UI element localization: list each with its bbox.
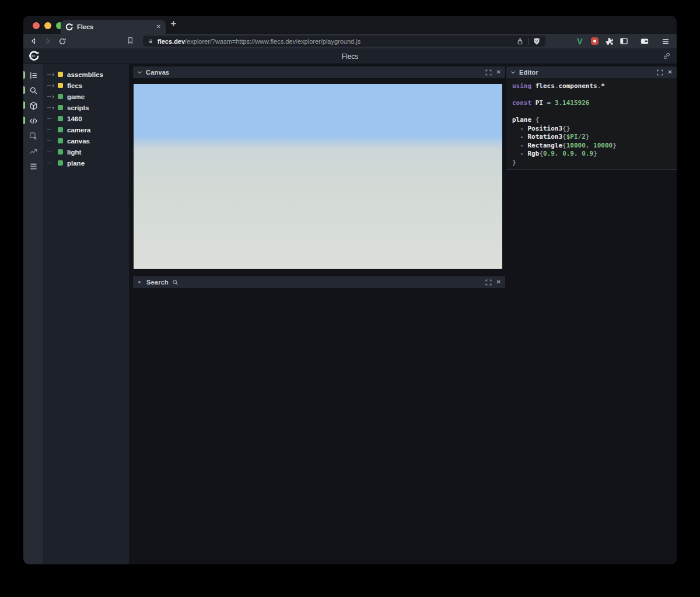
canvas-panel-header[interactable]: Canvas ✕ bbox=[133, 66, 505, 78]
tree-item-assemblies[interactable]: ›assemblies bbox=[43, 69, 129, 80]
expand-arrow-icon[interactable]: › bbox=[47, 94, 58, 100]
tree-item-flecs[interactable]: ›flecs bbox=[43, 80, 129, 91]
editor-panel: Editor ✕ using flecs.components.*const P… bbox=[506, 66, 677, 170]
menu-icon[interactable] bbox=[660, 36, 671, 47]
forward-icon[interactable] bbox=[43, 37, 52, 46]
fullscreen-icon[interactable] bbox=[657, 69, 663, 76]
url-path: /explorer/?wasm=https://www.flecs.dev/ex… bbox=[185, 38, 360, 45]
leaf-dash-icon bbox=[47, 118, 58, 119]
rail-item-inspector[interactable] bbox=[23, 128, 43, 143]
search-panel: Search ✕ bbox=[133, 276, 505, 288]
tree-item-label: scripts bbox=[67, 104, 89, 111]
close-icon[interactable]: ✕ bbox=[496, 279, 501, 285]
rail-item-stats[interactable] bbox=[23, 143, 43, 159]
tree-item-label: camera bbox=[67, 127, 90, 134]
tree-item-label: game bbox=[67, 93, 85, 100]
entity-color-square bbox=[58, 127, 63, 132]
canvas-panel-title: Canvas bbox=[146, 69, 169, 76]
tree-item-label: plane bbox=[67, 160, 85, 167]
expand-arrow-icon[interactable]: › bbox=[47, 105, 58, 111]
tree-item-scripts[interactable]: ›scripts bbox=[43, 102, 129, 113]
wallet-icon[interactable] bbox=[639, 36, 650, 47]
tree-item-label: light bbox=[67, 149, 81, 156]
canvas-3d-viewport[interactable] bbox=[134, 84, 502, 269]
code-line: - Rotation3{$PI/2} bbox=[512, 133, 671, 142]
rail-item-requests[interactable] bbox=[23, 159, 43, 174]
requests-stack-icon bbox=[29, 162, 38, 171]
close-window-button[interactable] bbox=[33, 22, 40, 29]
inspector-icon bbox=[29, 132, 38, 141]
page-title: Flecs bbox=[23, 48, 677, 64]
search-panel-header[interactable]: Search ✕ bbox=[133, 276, 505, 288]
code-line bbox=[512, 108, 671, 117]
bookmark-icon[interactable] bbox=[127, 36, 134, 45]
close-icon[interactable]: ✕ bbox=[496, 69, 501, 75]
entities-cube-icon bbox=[29, 101, 38, 110]
browser-toolbar: flecs.dev/explorer/?wasm=https://www.fle… bbox=[23, 34, 677, 48]
expand-arrow-icon[interactable]: › bbox=[47, 83, 58, 89]
leaf-dash-icon bbox=[47, 129, 58, 130]
blocker-icon[interactable] bbox=[589, 36, 600, 47]
code-line: const PI = 3.1415926 bbox=[512, 99, 671, 108]
main-area: Canvas ✕ Search bbox=[129, 64, 677, 564]
browser-tab-flecs[interactable]: Flecs ✕ bbox=[61, 20, 166, 34]
stats-chart-icon bbox=[29, 147, 38, 156]
extensions-puzzle-icon[interactable] bbox=[604, 36, 614, 47]
tree-item-light[interactable]: light bbox=[43, 146, 129, 157]
rail-item-entity-tree[interactable] bbox=[23, 68, 43, 83]
search-panel-title: Search bbox=[146, 279, 169, 286]
code-editor-area[interactable]: using flecs.components.*const PI = 3.141… bbox=[506, 78, 677, 170]
leaf-dash-icon bbox=[47, 163, 58, 163]
entity-color-square bbox=[58, 116, 63, 121]
url-bar[interactable]: flecs.dev/explorer/?wasm=https://www.fle… bbox=[143, 36, 545, 47]
reload-icon[interactable] bbox=[58, 37, 67, 46]
app-header: Flecs bbox=[23, 48, 677, 64]
entity-color-square bbox=[58, 149, 63, 154]
fullscreen-icon[interactable] bbox=[485, 279, 492, 286]
tree-item-label: 1460 bbox=[67, 115, 82, 122]
collapsed-dot-icon[interactable] bbox=[138, 281, 141, 283]
share-icon[interactable] bbox=[516, 37, 524, 45]
sidebar-icon[interactable] bbox=[618, 36, 629, 47]
tree-item-game[interactable]: ›game bbox=[43, 91, 129, 102]
tree-item-canvas[interactable]: canvas bbox=[43, 135, 129, 146]
link-icon[interactable] bbox=[663, 52, 671, 60]
browser-window: Flecs ✕ + flecs.dev/explorer/?wasm=https… bbox=[23, 16, 677, 564]
tab-title: Flecs bbox=[77, 23, 152, 30]
code-editor-icon bbox=[29, 117, 38, 125]
entity-color-square bbox=[58, 105, 63, 110]
code-line: - Rgb{0.9, 0.9, 0.9} bbox=[512, 150, 671, 159]
tree-item-plane[interactable]: plane bbox=[43, 157, 129, 168]
search-icon bbox=[29, 86, 38, 95]
minimize-window-button[interactable] bbox=[44, 22, 51, 29]
close-icon[interactable]: ✕ bbox=[668, 69, 673, 75]
code-line: plane { bbox=[512, 116, 671, 125]
fullscreen-icon[interactable] bbox=[485, 69, 492, 76]
code-line: using flecs.components.* bbox=[512, 82, 671, 91]
expand-arrow-icon[interactable]: › bbox=[47, 72, 58, 78]
chevron-down-icon[interactable] bbox=[510, 70, 516, 75]
tree-item-1460[interactable]: 1460 bbox=[43, 113, 129, 124]
new-tab-button[interactable]: + bbox=[170, 18, 177, 30]
back-icon[interactable] bbox=[29, 37, 38, 46]
leaf-dash-icon bbox=[47, 141, 58, 141]
rail-item-editor[interactable] bbox=[23, 113, 43, 128]
canvas-panel: Canvas ✕ bbox=[133, 66, 505, 269]
chevron-down-icon[interactable] bbox=[137, 70, 142, 75]
rail-item-entities[interactable] bbox=[23, 98, 43, 113]
entity-tree-list: ›assemblies›flecs›game›scripts1460camera… bbox=[43, 64, 129, 564]
code-line: } bbox=[512, 159, 671, 167]
vue-devtools-icon[interactable]: V bbox=[575, 36, 585, 47]
entity-color-square bbox=[58, 72, 63, 77]
code-line: - Position3{} bbox=[512, 125, 671, 134]
tree-item-label: canvas bbox=[67, 138, 90, 145]
brave-shield-icon[interactable] bbox=[533, 37, 541, 45]
code-line: - Rectangle{10000, 10000} bbox=[512, 142, 671, 150]
tree-item-camera[interactable]: camera bbox=[43, 124, 129, 135]
entity-color-square bbox=[58, 83, 63, 88]
tab-close-icon[interactable]: ✕ bbox=[156, 24, 161, 30]
editor-panel-header[interactable]: Editor ✕ bbox=[506, 66, 677, 78]
entity-tree-icon bbox=[29, 71, 38, 80]
tree-item-label: flecs bbox=[67, 82, 82, 89]
rail-item-search[interactable] bbox=[23, 83, 43, 98]
